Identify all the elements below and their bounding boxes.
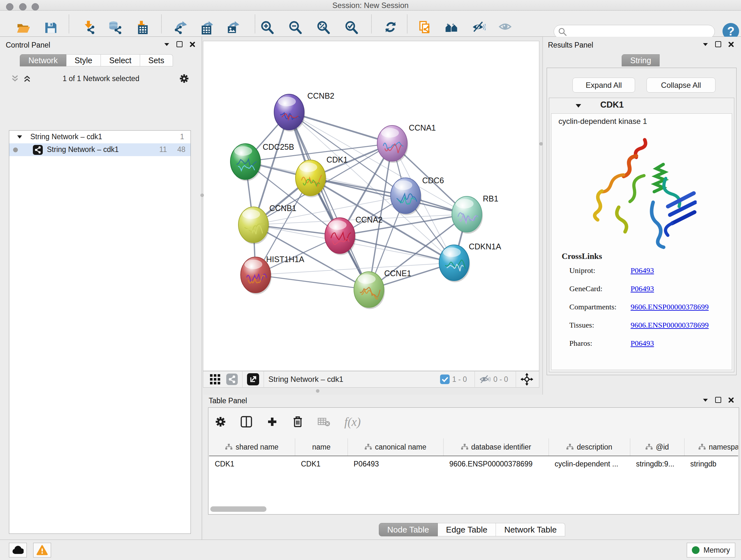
select-columns-icon[interactable]	[240, 416, 253, 428]
protein-structure-image	[591, 133, 697, 260]
tab-sets[interactable]: Sets	[140, 54, 173, 66]
open-external-icon[interactable]	[247, 373, 259, 385]
table-cell[interactable]: P06493	[348, 456, 444, 472]
hierarchy-icon	[225, 444, 232, 450]
cloud-button[interactable]	[9, 543, 27, 557]
crosslink-link[interactable]: P06493	[630, 339, 654, 348]
tab-edge-table[interactable]: Edge Table	[438, 523, 496, 537]
splitter-handle[interactable]	[316, 389, 320, 393]
export-network-button[interactable]	[172, 19, 189, 36]
hidden-node-edge-count: 0 - 0	[493, 375, 508, 384]
expand-all-button[interactable]: Expand All	[572, 78, 635, 92]
column-header-shared-name[interactable]: shared name	[209, 438, 295, 455]
column-header-namespace[interactable]: namespace	[684, 438, 738, 455]
table-cell[interactable]: 9606.ENSP00000378699	[444, 456, 549, 472]
node-label-CCNA1: CCNA1	[409, 123, 436, 132]
node-CDKN1A[interactable]	[439, 245, 470, 282]
hide-selected-button[interactable]	[470, 19, 487, 36]
zoom-in-button[interactable]	[259, 19, 275, 36]
splitter-handle[interactable]	[200, 193, 204, 197]
birdseye-grid-icon[interactable]	[210, 374, 220, 385]
network-collection-row[interactable]: String Network – cdk1 1	[9, 131, 191, 143]
crosslink-link[interactable]: 9606.ENSP00000378699	[630, 321, 709, 329]
selected-checkbox-icon[interactable]	[440, 374, 450, 384]
table-cell[interactable]: cyclin-dependent ...	[549, 456, 630, 472]
zoom-fit-button[interactable]	[315, 19, 332, 36]
window-title: Session: New Session	[0, 1, 741, 10]
collection-expand-icon[interactable]	[17, 135, 22, 139]
node-CCNB1[interactable]	[239, 207, 269, 244]
table-cell[interactable]: stringdb	[684, 456, 738, 472]
import-network-from-database-button[interactable]	[107, 19, 123, 36]
node-CDK1[interactable]	[295, 160, 327, 197]
import-network-button[interactable]	[80, 19, 97, 36]
tab-style[interactable]: Style	[66, 54, 101, 66]
table-cell[interactable]: CDK1	[295, 456, 348, 472]
results-panel-float-button[interactable]	[715, 41, 721, 47]
toolbar-separator	[255, 15, 255, 33]
crosslink-link[interactable]: P06493	[630, 285, 654, 293]
crosslink-link[interactable]: 9606.ENSP00000378699	[630, 303, 709, 311]
table-panel-float-button[interactable]	[715, 397, 721, 403]
warnings-button[interactable]	[33, 543, 51, 557]
refresh-network-button[interactable]	[383, 19, 399, 36]
fit-selected-crosshair-icon[interactable]	[521, 373, 533, 386]
add-column-icon[interactable]	[266, 416, 278, 428]
save-session-icon	[43, 20, 57, 35]
protein-collapse-icon[interactable]	[576, 104, 582, 108]
tab-string[interactable]: String	[622, 54, 660, 66]
zoom-selected-icon	[344, 20, 358, 35]
results-panel-close-button[interactable]	[728, 42, 734, 47]
control-panel-close-button[interactable]	[190, 42, 195, 47]
string-share-icon[interactable]	[226, 374, 238, 385]
houses-button[interactable]	[444, 19, 460, 36]
tab-node-table[interactable]: Node Table	[379, 523, 438, 537]
tab-network-table[interactable]: Network Table	[496, 523, 565, 537]
node-CCNA1[interactable]	[377, 125, 408, 163]
network-row[interactable]: String Network – cdk1 11 48	[9, 143, 191, 156]
delete-column-icon[interactable]	[292, 416, 304, 428]
node-CCNB2[interactable]	[274, 94, 305, 132]
table-gear-icon[interactable]	[215, 416, 226, 428]
tab-network[interactable]: Network	[20, 54, 66, 66]
table-cell[interactable]: CDK1	[209, 456, 295, 472]
export-table-button[interactable]	[198, 19, 215, 36]
table-row[interactable]: CDK1CDK1P064939606.ENSP00000378699cyclin…	[209, 456, 738, 472]
results-panel-menu-icon[interactable]	[703, 43, 708, 46]
show-all-button[interactable]	[497, 19, 514, 36]
edge-HIST1H1A-CCNE1[interactable]	[256, 275, 369, 290]
column-header--id[interactable]: @id	[630, 438, 684, 455]
node-CDC6[interactable]	[391, 178, 421, 215]
memory-button[interactable]: Memory	[687, 543, 735, 557]
search-input[interactable]	[554, 25, 715, 38]
node-CCNE1[interactable]	[354, 272, 385, 309]
export-image-button[interactable]	[224, 19, 241, 36]
node-RB1[interactable]	[452, 196, 483, 234]
crosslink-link[interactable]: P06493	[630, 266, 654, 275]
table-panel-menu-icon[interactable]	[703, 398, 708, 402]
import-table-button[interactable]	[133, 19, 150, 36]
column-header-canonical-name[interactable]: canonical name	[348, 438, 444, 455]
table-horizontal-scrollbar[interactable]	[210, 506, 266, 512]
control-panel-float-button[interactable]	[177, 41, 183, 47]
zoom-out-button[interactable]	[287, 19, 304, 36]
tab-select[interactable]: Select	[101, 54, 140, 66]
open-session-button[interactable]	[14, 19, 31, 36]
crosslink-label: GeneCard:	[569, 285, 603, 293]
table-panel-close-button[interactable]	[728, 397, 734, 403]
table-cell[interactable]: stringdb:9...	[630, 456, 684, 472]
column-header-database-identifier[interactable]: database identifier	[444, 438, 549, 455]
network-options-gear-icon[interactable]	[179, 73, 189, 84]
column-header-label: canonical name	[375, 443, 426, 451]
network-canvas[interactable]: CCNB2CCNA1CDC25BCDK1CDC6RB1CCNB1CCNA2CDK…	[203, 41, 539, 371]
delete-table-icon	[318, 417, 330, 427]
hidden-eye-icon[interactable]	[479, 374, 491, 384]
column-header-name[interactable]: name	[295, 438, 348, 455]
control-panel-menu-icon[interactable]	[164, 43, 170, 46]
column-header-description[interactable]: description	[549, 438, 630, 455]
zoom-selected-button[interactable]	[343, 19, 360, 36]
duplicate-network-button[interactable]	[417, 19, 433, 36]
save-session-button[interactable]	[42, 19, 58, 36]
collapse-all-button[interactable]: Collapse All	[647, 78, 716, 92]
node-CCNA2[interactable]	[325, 218, 356, 255]
